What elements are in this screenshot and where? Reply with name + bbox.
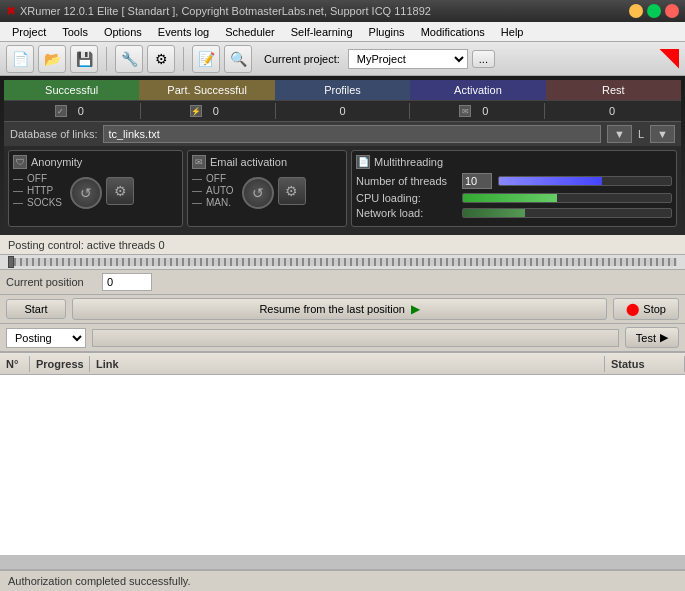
toolbar-btn-3[interactable]: 💾 <box>70 45 98 73</box>
menu-tools[interactable]: Tools <box>54 24 96 40</box>
toolbar-btn-6[interactable]: 📝 <box>192 45 220 73</box>
menu-options[interactable]: Options <box>96 24 150 40</box>
test-label: Test <box>636 332 656 344</box>
anonymity-header: 🛡 Anonymity <box>13 155 178 169</box>
position-label: Current position <box>6 276 96 288</box>
lower-area: Posting control: active threads 0 Curren… <box>0 235 685 555</box>
anon-options: — OFF — HTTP — SOCKS <box>13 173 62 208</box>
action-row: Current position <box>0 270 685 295</box>
play-icon: ▶ <box>411 302 420 316</box>
email-options: — OFF — AUTO — MAN. <box>192 173 234 208</box>
minimize-button[interactable] <box>629 4 643 18</box>
database-label: Database of links: <box>10 128 97 140</box>
position-input[interactable] <box>102 273 152 291</box>
col-link: Link <box>90 356 605 372</box>
table-body <box>0 375 685 555</box>
counter-part: ⚡ 0 <box>143 105 273 117</box>
counter-profiles: 0 <box>278 105 408 117</box>
table-header: N° Progress Link Status <box>0 353 685 375</box>
mode-bar <box>92 329 619 347</box>
sep3 <box>409 103 410 119</box>
resume-button[interactable]: Resume from the last position ▶ <box>72 298 607 320</box>
toolbar-btn-4[interactable]: 🔧 <box>115 45 143 73</box>
email-auto[interactable]: — AUTO <box>192 185 234 196</box>
mode-row: Posting Test ▶ <box>0 324 685 352</box>
filter-button-1[interactable]: ▼ <box>607 125 632 143</box>
tab-rest[interactable]: Rest <box>546 80 681 100</box>
menu-modifications[interactable]: Modifications <box>413 24 493 40</box>
counter-activation-value: 0 <box>475 105 495 117</box>
email-header: ✉ Email activation <box>192 155 342 169</box>
menu-project[interactable]: Project <box>4 24 54 40</box>
menu-self-learning[interactable]: Self-learning <box>283 24 361 40</box>
mt-net-row: Network load: <box>356 207 672 219</box>
toolbar-btn-7[interactable]: 🔍 <box>224 45 252 73</box>
stop-button[interactable]: ⬤ Stop <box>613 298 679 320</box>
counter-rest: 0 <box>547 105 677 117</box>
mt-net-label: Network load: <box>356 207 456 219</box>
email-gear-button[interactable]: ⚙ <box>278 177 306 205</box>
toolbar-btn-5[interactable]: ⚙ <box>147 45 175 73</box>
test-button[interactable]: Test ▶ <box>625 327 679 348</box>
activation-icon: ✉ <box>459 105 471 117</box>
col-progress: Progress <box>30 356 90 372</box>
anon-off[interactable]: — OFF <box>13 173 62 184</box>
main-panel: Successful Part. Successful Profiles Act… <box>0 76 685 235</box>
slider-track[interactable] <box>8 258 677 266</box>
email-man[interactable]: — MAN. <box>192 197 234 208</box>
resume-label: Resume from the last position <box>259 303 405 315</box>
mode-select[interactable]: Posting <box>6 328 86 348</box>
anon-gear-button[interactable]: ⚙ <box>106 177 134 205</box>
email-off-label: OFF <box>206 173 226 184</box>
email-icon: ✉ <box>192 155 206 169</box>
toolbar: 📄 📂 💾 🔧 ⚙ 📝 🔍 Current project: MyProject… <box>0 42 685 76</box>
filter-button-2[interactable]: ▼ <box>650 125 675 143</box>
posting-control-bar: Posting control: active threads 0 <box>0 235 685 255</box>
status-tabs: Successful Part. Successful Profiles Act… <box>4 80 681 100</box>
email-round-button[interactable]: ↺ <box>242 177 274 209</box>
anon-controls: ↺ ⚙ <box>70 177 134 209</box>
email-panel: ✉ Email activation — OFF — AUTO — MAN. <box>187 150 347 227</box>
email-off[interactable]: — OFF <box>192 173 234 184</box>
status-message: Authorization completed successfully. <box>8 575 191 587</box>
dots-button[interactable]: ... <box>472 50 495 68</box>
start-button[interactable]: Start <box>6 299 66 319</box>
counter-successful: ✓ 0 <box>8 105 138 117</box>
anon-http[interactable]: — HTTP <box>13 185 62 196</box>
tab-part-successful[interactable]: Part. Successful <box>139 80 274 100</box>
toolbar-btn-1[interactable]: 📄 <box>6 45 34 73</box>
email-auto-label: AUTO <box>206 185 234 196</box>
counter-activation: ✉ 0 <box>412 105 542 117</box>
anon-round-button[interactable]: ↺ <box>70 177 102 209</box>
sep4 <box>544 103 545 119</box>
anon-socks[interactable]: — SOCKS <box>13 197 62 208</box>
project-select[interactable]: MyProject <box>348 49 468 69</box>
settings-row: 🛡 Anonymity — OFF — HTTP — SOCKS <box>4 146 681 231</box>
mt-threads-input[interactable] <box>462 173 492 189</box>
net-bar-fill <box>463 209 525 217</box>
toolbar-btn-2[interactable]: 📂 <box>38 45 66 73</box>
menu-scheduler[interactable]: Scheduler <box>217 24 283 40</box>
counter-rest-value: 0 <box>602 105 622 117</box>
close-button[interactable] <box>665 4 679 18</box>
menu-help[interactable]: Help <box>493 24 532 40</box>
menu-plugins[interactable]: Plugins <box>361 24 413 40</box>
counter-profiles-value: 0 <box>332 105 352 117</box>
mt-threads-row: Number of threads <box>356 173 672 189</box>
database-input[interactable] <box>103 125 601 143</box>
tab-activation[interactable]: Activation <box>410 80 545 100</box>
threads-bar <box>498 176 672 186</box>
mt-cpu-label: CPU loading: <box>356 192 456 204</box>
tab-profiles[interactable]: Profiles <box>275 80 410 100</box>
counter-part-value: 0 <box>206 105 226 117</box>
menu-bar: Project Tools Options Events log Schedul… <box>0 22 685 42</box>
part-icon: ⚡ <box>190 105 202 117</box>
stop-label: Stop <box>643 303 666 315</box>
tab-successful[interactable]: Successful <box>4 80 139 100</box>
menu-events-log[interactable]: Events log <box>150 24 217 40</box>
shield-icon: 🛡 <box>13 155 27 169</box>
app-icon: ✖ <box>6 4 16 18</box>
filter-label: L <box>638 128 644 140</box>
maximize-button[interactable] <box>647 4 661 18</box>
email-title: Email activation <box>210 156 287 168</box>
